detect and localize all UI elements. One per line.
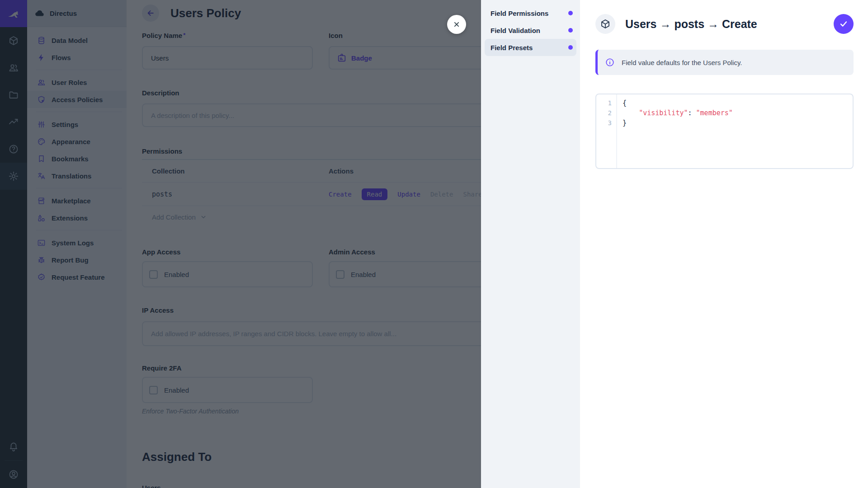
drawer-header-icon-circle xyxy=(595,14,615,34)
line-number: 1 xyxy=(596,98,612,108)
permissions-drawer: Field Permissions Field Validation Field… xyxy=(481,0,868,488)
drawer-tab-field-presets[interactable]: Field Presets xyxy=(485,39,576,56)
close-drawer-button[interactable] xyxy=(447,15,466,34)
drawer-title: Users → posts → Create xyxy=(625,18,757,31)
info-icon xyxy=(605,57,615,67)
close-icon xyxy=(452,20,461,29)
code-key: "visibility" xyxy=(639,109,688,117)
info-banner-text: Field value defaults for the Users Polic… xyxy=(622,59,742,66)
code-value: "members" xyxy=(696,109,733,117)
drawer-tab-label: Field Validation xyxy=(491,27,568,34)
status-dot xyxy=(568,45,573,50)
line-number: 3 xyxy=(596,118,612,128)
drawer-tab-label: Field Permissions xyxy=(491,9,568,17)
code-indent xyxy=(623,109,639,117)
drawer-tab-label: Field Presets xyxy=(491,44,568,52)
modal-overlay[interactable] xyxy=(0,0,481,488)
drawer-header: Users → posts → Create xyxy=(595,0,854,43)
presets-code-editor[interactable]: 1 2 3 { "visibility": "members" } xyxy=(595,94,854,169)
drawer-sidebar: Field Permissions Field Validation Field… xyxy=(481,0,580,488)
drawer-tab-field-validation[interactable]: Field Validation xyxy=(485,22,576,39)
line-number: 2 xyxy=(596,108,612,118)
status-dot xyxy=(568,11,573,15)
drawer-tab-field-permissions[interactable]: Field Permissions xyxy=(485,5,576,22)
code-line-3: } xyxy=(623,119,627,127)
check-icon xyxy=(839,19,849,29)
info-banner: Field value defaults for the Users Polic… xyxy=(595,50,854,75)
save-button[interactable] xyxy=(834,14,854,34)
cube-icon xyxy=(600,19,611,29)
drawer-panel: Users → posts → Create Field value defau… xyxy=(580,0,868,488)
code-separator: : xyxy=(688,109,696,117)
code-content[interactable]: { "visibility": "members" } xyxy=(617,94,853,168)
code-line-1: { xyxy=(623,99,627,107)
status-dot xyxy=(568,28,573,33)
code-gutter: 1 2 3 xyxy=(596,94,617,168)
